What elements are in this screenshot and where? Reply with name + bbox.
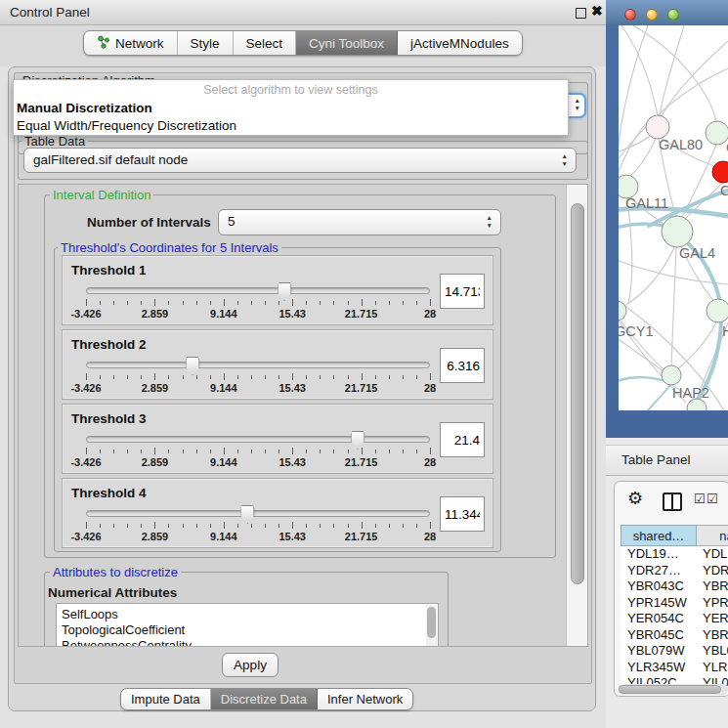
- table-row[interactable]: YLR345WYLR3: [621, 660, 728, 676]
- tick-label: 9.144: [210, 456, 237, 468]
- network-node[interactable]: [687, 399, 707, 418]
- network-canvas[interactable]: GAL80GAGAL11GAL4CGCY1HHAP2: [606, 0, 728, 438]
- threshold-panel: Threshold 1-3.4262.8599.14415.4321.71528: [62, 255, 493, 325]
- checkbox-icon[interactable]: ☑: [707, 492, 718, 506]
- table-cell: YPR1: [697, 595, 728, 612]
- table-row[interactable]: YDR27…YDR2: [621, 563, 728, 579]
- threshold-slider[interactable]: -3.4262.8599.14415.4321.71528: [86, 436, 430, 469]
- network-node-label: GAL4: [679, 245, 715, 261]
- tick-mark: [210, 524, 211, 528]
- tick-mark: [251, 450, 252, 453]
- node-table: shared… name YDL19…YDL1YDR27…YDR2YBR043C…: [621, 525, 728, 697]
- network-node[interactable]: [662, 216, 693, 247]
- network-node[interactable]: [706, 121, 728, 145]
- table-row[interactable]: YBL079WYBL0: [621, 643, 728, 660]
- tick-mark: [403, 301, 404, 305]
- column-header-shared-name[interactable]: shared…: [621, 525, 697, 546]
- threshold-value-field[interactable]: [440, 496, 485, 532]
- threshold-value-field[interactable]: [440, 274, 485, 309]
- network-node[interactable]: [607, 301, 626, 321]
- dropdown-item[interactable]: Equal Width/Frequency Discretization: [14, 117, 568, 135]
- columns-icon[interactable]: [663, 492, 682, 511]
- table-row[interactable]: YDL19…YDL1: [621, 546, 728, 563]
- tick-mark: [183, 301, 184, 305]
- tick-mark: [430, 299, 431, 306]
- network-node[interactable]: [707, 299, 728, 322]
- tick-mark: [348, 375, 349, 379]
- tick-mark: [127, 450, 128, 453]
- tab-discretize-data[interactable]: Discretize Data: [211, 689, 318, 709]
- float-window-icon[interactable]: [576, 8, 586, 19]
- number-of-intervals-value: 5: [228, 210, 236, 234]
- threshold-slider[interactable]: -3.4262.8599.14415.4321.71528: [86, 510, 430, 543]
- table-row[interactable]: YER054CYER0: [621, 611, 728, 627]
- scrollbar-thumb[interactable]: [619, 685, 721, 694]
- threshold-slider[interactable]: -3.4262.8599.14415.4321.71528: [86, 362, 430, 395]
- table-body: YDL19…YDL1YDR27…YDR2YBR043CYBR0YPR145WYP…: [621, 546, 728, 697]
- tick-mark: [306, 375, 307, 379]
- list-scrollbar[interactable]: [426, 605, 437, 647]
- table-horizontal-scrollbar[interactable]: [618, 684, 728, 695]
- tick-mark: [403, 375, 404, 379]
- table-row[interactable]: YPR145WYPR1: [621, 595, 728, 612]
- network-node-label: H: [722, 323, 728, 339]
- slider-tick-labels: -3.4262.8599.14415.4321.71528: [86, 308, 430, 320]
- tab-jactivemnodules[interactable]: jActiveMNodules: [398, 31, 522, 55]
- tick-mark: [416, 375, 417, 379]
- tab-impute-data[interactable]: Impute Data: [121, 689, 211, 709]
- table-row[interactable]: YBR045CYBR0: [621, 627, 728, 644]
- tick-mark: [278, 450, 279, 453]
- tick-label: 2.859: [142, 308, 169, 320]
- tick-mark: [113, 450, 114, 453]
- tick-mark: [237, 524, 238, 528]
- network-node[interactable]: [662, 365, 681, 385]
- tick-mark: [430, 522, 431, 529]
- tick-mark: [333, 450, 334, 453]
- tick-label: 28: [424, 308, 436, 320]
- dropdown-item[interactable]: Manual Discretization: [14, 100, 568, 117]
- numerical-attributes-list[interactable]: SelfLoopsTopologicalCoefficientBetweenne…: [56, 603, 439, 647]
- table-data-combobox[interactable]: galFiltered.sif default node ▲▼: [23, 148, 577, 173]
- combobox-arrows-icon: ▲▼: [575, 97, 580, 112]
- tick-mark: [251, 301, 252, 305]
- tick-mark: [237, 450, 238, 453]
- scrollbar-thumb[interactable]: [571, 203, 584, 584]
- tab-network[interactable]: Network: [84, 31, 178, 55]
- dropdown-placeholder: Select algorithm to view settings: [14, 80, 568, 100]
- tick-mark: [430, 373, 431, 380]
- number-of-intervals-label: Number of Intervals: [87, 215, 211, 230]
- tick-mark: [416, 301, 417, 305]
- attribute-list-item[interactable]: BetweennessCentrality: [57, 638, 438, 647]
- scrollbar-thumb[interactable]: [427, 607, 436, 638]
- table-cell: YLR345W: [621, 660, 697, 676]
- slider-ticks: [86, 522, 430, 530]
- tab-select[interactable]: Select: [234, 31, 297, 55]
- tick-label: 21.715: [345, 382, 378, 394]
- tick-label: 15.43: [278, 308, 306, 320]
- attribute-list-item[interactable]: TopologicalCoefficient: [57, 622, 438, 638]
- tick-label: 9.144: [210, 382, 237, 394]
- threshold-slider[interactable]: -3.4262.8599.14415.4321.71528: [86, 287, 430, 321]
- tick-mark: [265, 524, 266, 528]
- attribute-list-item[interactable]: SelfLoops: [57, 607, 438, 622]
- tick-mark: [196, 375, 197, 379]
- tab-cyni-toolbox[interactable]: Cyni Toolbox: [296, 31, 398, 55]
- threshold-value-field[interactable]: [440, 348, 485, 383]
- tick-label: 9.144: [210, 308, 237, 320]
- tick-mark: [362, 299, 363, 306]
- checkbox-icon[interactable]: ☑: [694, 492, 706, 506]
- threshold-value-field[interactable]: [440, 422, 485, 457]
- number-of-intervals-spinner[interactable]: 5 ▲▼: [218, 209, 501, 236]
- table-row[interactable]: YBR043CYBR0: [621, 578, 728, 595]
- column-header-name[interactable]: name: [697, 525, 728, 546]
- columns-icon-divider: [671, 494, 673, 509]
- gear-icon[interactable]: ⚙: [627, 488, 643, 509]
- tab-style[interactable]: Style: [178, 31, 234, 55]
- close-icon[interactable]: ✖: [591, 3, 603, 19]
- tab-infer-network[interactable]: Infer Network: [318, 689, 412, 709]
- tick-mark: [375, 524, 376, 528]
- tick-mark: [278, 301, 279, 305]
- network-node[interactable]: [646, 115, 669, 139]
- settings-scrollbar[interactable]: [566, 185, 587, 646]
- apply-button[interactable]: Apply: [222, 653, 278, 677]
